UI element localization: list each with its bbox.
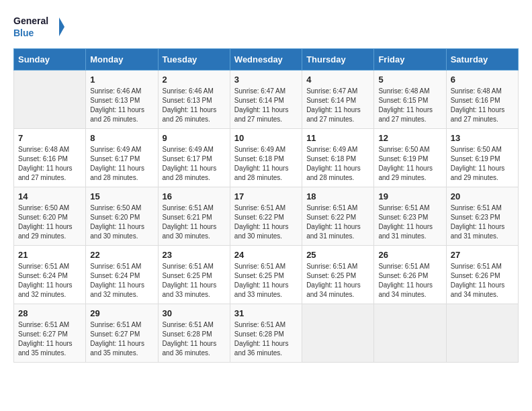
day-info-text: Sunset: 6:23 PM [378, 213, 441, 222]
day-cell: 13Sunrise: 6:50 AMSunset: 6:19 PMDayligh… [446, 129, 518, 187]
svg-text:General: General [13, 15, 48, 26]
day-info-text: Sunrise: 6:51 AM [163, 320, 226, 330]
day-info-text: Daylight: 11 hours and 28 minutes. [163, 164, 226, 183]
day-info-text: Daylight: 11 hours and 31 minutes. [451, 222, 514, 241]
day-number: 26 [378, 250, 441, 260]
day-info-text: Sunrise: 6:50 AM [378, 145, 441, 154]
day-info-text: Sunset: 6:22 PM [234, 213, 298, 222]
day-info-text: Sunset: 6:23 PM [451, 213, 514, 222]
logo: General Blue [13, 13, 67, 42]
day-info-text: Sunset: 6:18 PM [234, 154, 298, 164]
day-cell: 29Sunrise: 6:51 AMSunset: 6:27 PMDayligh… [86, 304, 158, 363]
day-number: 7 [18, 133, 81, 143]
day-info-text: Sunrise: 6:48 AM [378, 87, 441, 96]
day-info-text: Sunrise: 6:51 AM [163, 203, 226, 213]
week-row-4: 21Sunrise: 6:51 AMSunset: 6:24 PMDayligh… [14, 246, 519, 304]
day-number: 1 [90, 75, 153, 85]
day-info-text: Sunrise: 6:50 AM [18, 203, 81, 213]
day-cell [446, 304, 518, 363]
day-info-text: Daylight: 11 hours and 27 minutes. [378, 105, 441, 124]
day-number: 15 [90, 191, 153, 201]
day-info-text: Sunset: 6:18 PM [306, 154, 369, 164]
day-cell: 22Sunrise: 6:51 AMSunset: 6:24 PMDayligh… [86, 246, 158, 304]
day-cell: 19Sunrise: 6:51 AMSunset: 6:23 PMDayligh… [374, 187, 446, 246]
day-info-text: Sunset: 6:25 PM [234, 271, 298, 281]
day-number: 19 [378, 191, 441, 201]
day-cell: 12Sunrise: 6:50 AMSunset: 6:19 PMDayligh… [374, 129, 446, 187]
day-info-text: Daylight: 11 hours and 28 minutes. [90, 164, 153, 183]
day-number: 17 [234, 191, 298, 201]
day-info-text: Sunset: 6:25 PM [163, 271, 226, 281]
day-info-text: Sunset: 6:16 PM [451, 96, 514, 105]
day-number: 2 [163, 75, 226, 85]
day-cell: 27Sunrise: 6:51 AMSunset: 6:26 PMDayligh… [446, 246, 518, 304]
week-row-5: 28Sunrise: 6:51 AMSunset: 6:27 PMDayligh… [14, 304, 519, 363]
day-info-text: Sunset: 6:24 PM [90, 271, 153, 281]
week-row-1: 1Sunrise: 6:46 AMSunset: 6:13 PMDaylight… [14, 71, 519, 129]
day-info-text: Daylight: 11 hours and 36 minutes. [163, 339, 226, 358]
day-cell: 15Sunrise: 6:50 AMSunset: 6:20 PMDayligh… [86, 187, 158, 246]
week-row-2: 7Sunrise: 6:48 AMSunset: 6:16 PMDaylight… [14, 129, 519, 187]
logo-svg: General Blue [13, 13, 67, 42]
day-number: 8 [90, 133, 153, 143]
day-cell: 10Sunrise: 6:49 AMSunset: 6:18 PMDayligh… [230, 129, 302, 187]
day-info-text: Daylight: 11 hours and 34 minutes. [451, 281, 514, 300]
day-info-text: Sunrise: 6:51 AM [306, 262, 369, 271]
day-cell: 7Sunrise: 6:48 AMSunset: 6:16 PMDaylight… [14, 129, 86, 187]
day-header-thursday: Thursday [302, 49, 374, 71]
day-cell: 6Sunrise: 6:48 AMSunset: 6:16 PMDaylight… [446, 71, 518, 129]
day-cell [374, 304, 446, 363]
day-header-sunday: Sunday [14, 49, 86, 71]
day-info-text: Daylight: 11 hours and 33 minutes. [163, 281, 226, 300]
day-info-text: Sunrise: 6:51 AM [90, 262, 153, 271]
day-number: 28 [18, 308, 81, 318]
day-info-text: Sunrise: 6:49 AM [234, 145, 298, 154]
day-info-text: Daylight: 11 hours and 27 minutes. [306, 105, 369, 124]
day-info-text: Sunset: 6:13 PM [163, 96, 226, 105]
day-info-text: Daylight: 11 hours and 30 minutes. [163, 222, 226, 241]
day-info-text: Daylight: 11 hours and 29 minutes. [18, 222, 81, 241]
day-cell: 5Sunrise: 6:48 AMSunset: 6:15 PMDaylight… [374, 71, 446, 129]
day-info-text: Daylight: 11 hours and 36 minutes. [234, 339, 298, 358]
svg-text:Blue: Blue [13, 28, 34, 38]
day-cell: 17Sunrise: 6:51 AMSunset: 6:22 PMDayligh… [230, 187, 302, 246]
day-number: 27 [451, 250, 514, 260]
day-info-text: Sunrise: 6:51 AM [234, 203, 298, 213]
day-info-text: Daylight: 11 hours and 30 minutes. [90, 222, 153, 241]
day-info-text: Sunset: 6:19 PM [378, 154, 441, 164]
day-number: 14 [18, 191, 81, 201]
day-info-text: Daylight: 11 hours and 32 minutes. [90, 281, 153, 300]
calendar-table: SundayMondayTuesdayWednesdayThursdayFrid… [13, 48, 519, 363]
day-number: 31 [234, 308, 298, 318]
day-info-text: Sunrise: 6:47 AM [306, 87, 369, 96]
svg-marker-2 [59, 17, 64, 36]
day-info-text: Daylight: 11 hours and 28 minutes. [234, 164, 298, 183]
day-cell: 11Sunrise: 6:49 AMSunset: 6:18 PMDayligh… [302, 129, 374, 187]
day-cell: 2Sunrise: 6:46 AMSunset: 6:13 PMDaylight… [158, 71, 230, 129]
day-info-text: Sunrise: 6:49 AM [163, 145, 226, 154]
day-info-text: Sunset: 6:14 PM [306, 96, 369, 105]
day-cell: 1Sunrise: 6:46 AMSunset: 6:13 PMDaylight… [86, 71, 158, 129]
day-number: 6 [451, 75, 514, 85]
week-row-3: 14Sunrise: 6:50 AMSunset: 6:20 PMDayligh… [14, 187, 519, 246]
day-cell: 3Sunrise: 6:47 AMSunset: 6:14 PMDaylight… [230, 71, 302, 129]
day-info-text: Daylight: 11 hours and 35 minutes. [90, 339, 153, 358]
day-info-text: Sunset: 6:25 PM [306, 271, 369, 281]
day-info-text: Sunrise: 6:47 AM [234, 87, 298, 96]
day-info-text: Sunset: 6:16 PM [18, 154, 81, 164]
day-info-text: Daylight: 11 hours and 30 minutes. [234, 222, 298, 241]
day-info-text: Daylight: 11 hours and 28 minutes. [306, 164, 369, 183]
day-info-text: Sunrise: 6:51 AM [451, 203, 514, 213]
day-info-text: Sunset: 6:20 PM [18, 213, 81, 222]
day-info-text: Sunrise: 6:48 AM [18, 145, 81, 154]
day-info-text: Sunrise: 6:51 AM [90, 320, 153, 330]
day-info-text: Daylight: 11 hours and 31 minutes. [306, 222, 369, 241]
day-info-text: Sunset: 6:20 PM [90, 213, 153, 222]
day-info-text: Daylight: 11 hours and 26 minutes. [90, 105, 153, 124]
day-header-tuesday: Tuesday [158, 49, 230, 71]
day-info-text: Sunrise: 6:49 AM [306, 145, 369, 154]
day-info-text: Daylight: 11 hours and 34 minutes. [378, 281, 441, 300]
day-number: 4 [306, 75, 369, 85]
day-info-text: Daylight: 11 hours and 29 minutes. [451, 164, 514, 183]
day-info-text: Sunset: 6:27 PM [90, 330, 153, 339]
